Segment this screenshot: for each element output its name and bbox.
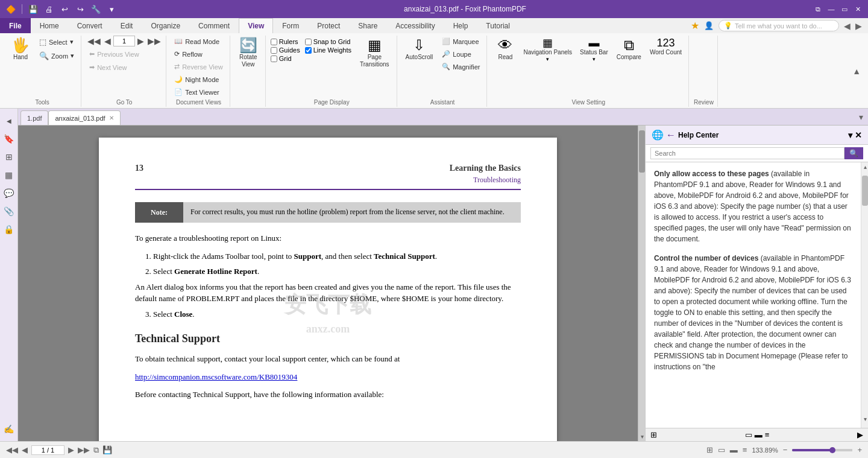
help-collapse-btn[interactable]: ▾: [848, 130, 852, 140]
reflow-btn[interactable]: ⟳ Reflow: [171, 48, 206, 60]
status-last-btn[interactable]: ▶▶: [78, 445, 90, 454]
last-page-btn[interactable]: ▶▶: [146, 36, 162, 46]
guides-checkbox[interactable]: [271, 47, 277, 54]
first-page-btn[interactable]: ◀◀: [86, 36, 102, 46]
pdf-link[interactable]: http://simcompanion.mscsoftware.com/KB80…: [135, 371, 521, 383]
status-first-btn[interactable]: ◀◀: [6, 445, 18, 454]
read-btn[interactable]: 👁 Read: [492, 36, 518, 63]
sidebar-layers-icon[interactable]: ⊞: [2, 150, 16, 164]
sidebar-signature-icon[interactable]: ✍: [2, 422, 16, 436]
guides-check[interactable]: Guides: [271, 46, 300, 54]
loupe-btn[interactable]: 🔎 Loupe: [439, 48, 483, 60]
help-bottom-right-icon[interactable]: ▶: [857, 430, 863, 439]
status-bar-btn[interactable]: ▬ Status Bar ▾: [577, 36, 611, 64]
help-scrollbar-thumb[interactable]: [862, 176, 868, 206]
previous-view-btn[interactable]: ⬅ Previous View: [86, 48, 142, 60]
tab-view[interactable]: View: [239, 18, 273, 33]
rulers-check[interactable]: Rulers: [271, 38, 300, 45]
grid-checkbox[interactable]: [271, 56, 277, 62]
help-bottom-icon1[interactable]: ▭: [745, 430, 752, 439]
marquee-btn[interactable]: ⬜ Marquee: [439, 36, 483, 47]
tab-scroll-down[interactable]: ▾: [857, 112, 866, 122]
help-search-button[interactable]: 🔍: [844, 147, 863, 159]
ribbon-next-btn[interactable]: ▶: [855, 21, 862, 31]
status-view-icon3[interactable]: ▬: [730, 445, 738, 454]
tell-me-bar[interactable]: 💡 Tell me what you want to do...: [719, 20, 839, 31]
dropdown-icon[interactable]: ▾: [105, 3, 118, 15]
compare-btn[interactable]: ⧉ Compare: [613, 36, 645, 63]
help-search-input[interactable]: [650, 147, 844, 159]
status-page-input[interactable]: [31, 445, 64, 455]
help-bottom-left-icon[interactable]: ⊞: [650, 430, 657, 439]
window-restore-btn[interactable]: ▭: [839, 4, 850, 14]
tab-help[interactable]: Help: [444, 18, 477, 33]
help-bottom-icon3[interactable]: ≡: [765, 430, 770, 439]
lineweights-checkbox[interactable]: [305, 47, 312, 54]
customize-icon[interactable]: 🔧: [90, 3, 102, 15]
tab-tutorial[interactable]: Tutorial: [477, 18, 519, 33]
tab-file[interactable]: File: [0, 18, 31, 33]
status-view-icon1[interactable]: ⊞: [706, 445, 713, 454]
help-back-btn[interactable]: ←: [666, 130, 676, 141]
page-transitions-btn[interactable]: ▦ PageTransitions: [356, 36, 393, 71]
status-save-icon[interactable]: 💾: [102, 445, 112, 454]
sidebar-expand-btn[interactable]: ◀: [2, 113, 16, 128]
tab-organize[interactable]: Organize: [142, 18, 189, 33]
snap-check[interactable]: Snap to Grid: [305, 38, 351, 45]
status-view-icon2[interactable]: ▭: [718, 445, 725, 454]
tab-anxaizai[interactable]: anxaizai_013.pdf ✕: [48, 110, 120, 125]
save-icon[interactable]: 💾: [27, 3, 39, 15]
read-mode-btn[interactable]: 📖 Read Mode: [171, 36, 222, 47]
night-mode-btn[interactable]: 🌙 Night Mode: [171, 74, 222, 85]
help-close-btn[interactable]: ✕: [855, 130, 862, 140]
sidebar-attachment-icon[interactable]: 📎: [2, 204, 16, 218]
help-scroll-down-btn[interactable]: ▾: [862, 416, 868, 427]
lineweights-check[interactable]: Line Weights: [305, 46, 351, 54]
tab-protect[interactable]: Protect: [308, 18, 349, 33]
help-globe-icon[interactable]: 🌐: [652, 129, 664, 141]
zoom-out-btn[interactable]: −: [783, 445, 788, 454]
account-icon[interactable]: 👤: [704, 21, 714, 30]
status-prev-btn[interactable]: ◀: [22, 445, 28, 454]
pdf-scrollbar[interactable]: ▾: [638, 126, 645, 441]
sidebar-bookmark-icon[interactable]: 🔖: [2, 132, 16, 146]
next-page-btn[interactable]: ▶: [136, 36, 145, 46]
tab-anxaizai-close[interactable]: ✕: [109, 115, 114, 121]
tab-edit[interactable]: Edit: [112, 18, 142, 33]
reverse-view-btn[interactable]: ⇄ Reverse View: [171, 61, 226, 72]
ribbon-prev-btn[interactable]: ◀: [844, 21, 851, 31]
print-icon[interactable]: 🖨: [43, 3, 55, 15]
status-copy-icon[interactable]: ⧉: [93, 445, 99, 455]
next-view-btn[interactable]: ➡ Next View: [86, 62, 130, 73]
help-scroll-up-btn[interactable]: ▴: [862, 164, 868, 174]
snap-checkbox[interactable]: [305, 39, 312, 45]
undo-icon[interactable]: ↩: [58, 3, 71, 15]
tab-1pdf[interactable]: 1.pdf: [20, 110, 48, 125]
tab-home[interactable]: Home: [31, 18, 68, 33]
zoom-slider[interactable]: [792, 449, 852, 451]
tab-accessibility[interactable]: Accessibility: [386, 18, 444, 33]
zoom-slider-thumb[interactable]: [829, 447, 835, 453]
auto-scroll-btn[interactable]: ⇩ AutoScroll: [402, 36, 437, 63]
rulers-checkbox[interactable]: [271, 39, 277, 45]
status-view-icon4[interactable]: ≡: [743, 445, 747, 454]
help-scrollbar[interactable]: ▴ ▾: [861, 162, 868, 428]
sidebar-thumbnail-icon[interactable]: ▦: [2, 168, 16, 182]
select-btn[interactable]: ⬚ Select ▾: [36, 36, 77, 48]
window-minimize-btn[interactable]: —: [826, 4, 837, 14]
tab-comment[interactable]: Comment: [189, 18, 239, 33]
zoom-in-btn[interactable]: +: [857, 445, 862, 454]
text-viewer-btn[interactable]: 📄 Text Viewer: [171, 86, 222, 98]
magnifier-btn[interactable]: 🔍 Magnifier: [439, 61, 483, 72]
status-next-btn[interactable]: ▶: [68, 445, 74, 454]
favorite-icon[interactable]: ★: [691, 20, 699, 31]
hand-tool-btn[interactable]: 🖐 Hand: [7, 36, 34, 63]
tab-convert[interactable]: Convert: [68, 18, 112, 33]
grid-check[interactable]: Grid: [271, 55, 300, 62]
sidebar-comment-icon[interactable]: 💬: [2, 186, 16, 200]
prev-page-btn[interactable]: ◀: [103, 36, 112, 46]
window-tile-btn[interactable]: ⧉: [813, 4, 823, 14]
tab-form[interactable]: Form: [273, 18, 308, 33]
help-bottom-icon2[interactable]: ▬: [755, 430, 763, 439]
tab-share[interactable]: Share: [349, 18, 386, 33]
